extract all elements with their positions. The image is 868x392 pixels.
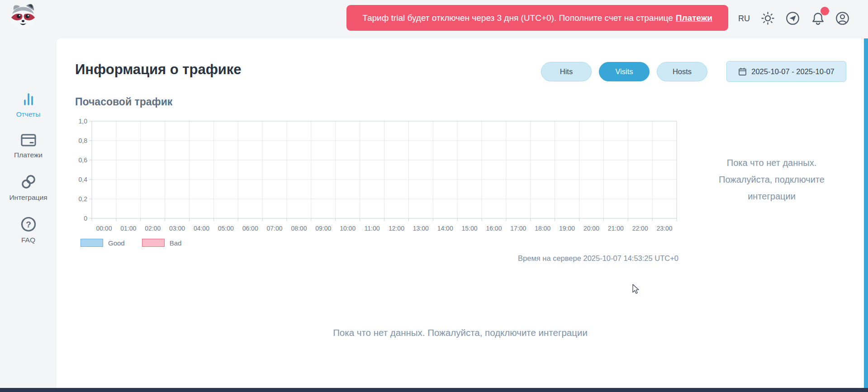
svg-text:07:00: 07:00 <box>267 225 283 232</box>
server-time: Время на сервере 2025-10-07 14:53:25 UTC… <box>452 254 678 263</box>
link-icon <box>20 173 37 190</box>
trial-banner-text: Тариф trial будет отключен через 3 дня (… <box>362 13 673 23</box>
sidebar-item-faq[interactable]: ? FAQ <box>0 216 57 244</box>
section-title: Почасовой трафик <box>75 96 172 108</box>
svg-text:21:00: 21:00 <box>608 225 624 232</box>
logo-raccoon[interactable] <box>7 2 39 29</box>
bar-chart-icon <box>20 91 37 107</box>
svg-text:04:00: 04:00 <box>194 225 209 232</box>
sidebar-item-label: Интеграция <box>9 194 47 202</box>
chart-empty-message: Пока что нет данных. Пожалуйста, подключ… <box>700 155 843 205</box>
sidebar: Отчеты Платежи Интеграция ? FAQ <box>0 38 57 388</box>
page-title: Информация о трафике <box>75 61 242 78</box>
svg-text:22:00: 22:00 <box>632 225 648 232</box>
credit-card-icon <box>20 132 37 148</box>
notification-dot <box>821 7 829 15</box>
legend-good[interactable]: Good <box>81 239 125 247</box>
bottom-window-edge <box>0 388 868 392</box>
svg-text:23:00: 23:00 <box>657 225 673 232</box>
tab-hosts[interactable]: Hosts <box>657 62 707 81</box>
page-empty-message: Пока что нет данных. Пожалуйста, подключ… <box>57 327 864 338</box>
chart-legend: Good Bad <box>81 239 181 247</box>
svg-text:18:00: 18:00 <box>535 225 550 232</box>
sidebar-item-label: Платежи <box>14 151 43 159</box>
svg-text:03:00: 03:00 <box>169 225 185 232</box>
svg-text:13:00: 13:00 <box>413 225 429 232</box>
svg-text:15:00: 15:00 <box>462 225 478 232</box>
svg-text:0,8: 0,8 <box>79 137 88 144</box>
legend-bad-label: Bad <box>170 239 182 247</box>
legend-bad[interactable]: Bad <box>142 239 182 247</box>
legend-bad-swatch <box>142 239 165 247</box>
svg-text:?: ? <box>26 220 31 229</box>
svg-text:06:00: 06:00 <box>242 225 258 232</box>
svg-text:16:00: 16:00 <box>486 225 502 232</box>
calendar-icon <box>738 67 747 76</box>
date-range-value: 2025-10-07 - 2025-10-07 <box>751 67 834 76</box>
header: Тариф trial будет отключен через 3 дня (… <box>0 0 868 38</box>
sun-icon[interactable] <box>761 11 775 25</box>
sidebar-item-label: FAQ <box>21 236 35 244</box>
profile-icon[interactable] <box>835 11 849 25</box>
payments-link[interactable]: Платежи <box>676 13 712 23</box>
svg-text:1,0: 1,0 <box>79 118 88 125</box>
sidebar-item-payments[interactable]: Платежи <box>0 132 57 159</box>
svg-text:20:00: 20:00 <box>583 225 599 232</box>
trial-banner: Тариф trial будет отключен через 3 дня (… <box>346 5 728 31</box>
svg-text:10:00: 10:00 <box>340 225 356 232</box>
legend-good-label: Good <box>108 239 125 247</box>
sidebar-item-reports[interactable]: Отчеты <box>0 91 57 118</box>
svg-text:01:00: 01:00 <box>120 225 136 232</box>
svg-text:00:00: 00:00 <box>96 225 112 232</box>
svg-text:11:00: 11:00 <box>365 225 380 232</box>
tab-hits[interactable]: Hits <box>541 62 592 81</box>
svg-text:0,4: 0,4 <box>79 176 88 183</box>
question-icon: ? <box>20 216 37 233</box>
svg-text:14:00: 14:00 <box>437 225 453 232</box>
svg-text:0,6: 0,6 <box>79 156 88 164</box>
sidebar-item-integration[interactable]: Интеграция <box>0 173 57 202</box>
sidebar-item-label: Отчеты <box>16 110 41 118</box>
svg-text:05:00: 05:00 <box>218 225 234 232</box>
svg-text:19:00: 19:00 <box>559 225 575 232</box>
svg-text:08:00: 08:00 <box>291 225 307 232</box>
tab-visits[interactable]: Visits <box>599 62 650 81</box>
hourly-traffic-chart: 1,00,80,60,40,2000:0001:0002:0003:0004:0… <box>72 115 683 235</box>
svg-text:17:00: 17:00 <box>510 225 526 232</box>
right-scrollbar[interactable] <box>864 38 868 388</box>
svg-text:0: 0 <box>84 215 87 222</box>
telegram-icon[interactable] <box>786 11 800 25</box>
svg-text:12:00: 12:00 <box>389 225 404 232</box>
chart-canvas: 1,00,80,60,40,2000:0001:0002:0003:0004:0… <box>72 115 683 235</box>
language-selector[interactable]: RU <box>734 13 754 24</box>
date-range-picker[interactable]: 2025-10-07 - 2025-10-07 <box>726 61 846 82</box>
legend-good-swatch <box>81 239 103 247</box>
svg-text:0,2: 0,2 <box>79 195 88 203</box>
svg-text:02:00: 02:00 <box>145 225 161 232</box>
svg-text:09:00: 09:00 <box>315 225 331 232</box>
